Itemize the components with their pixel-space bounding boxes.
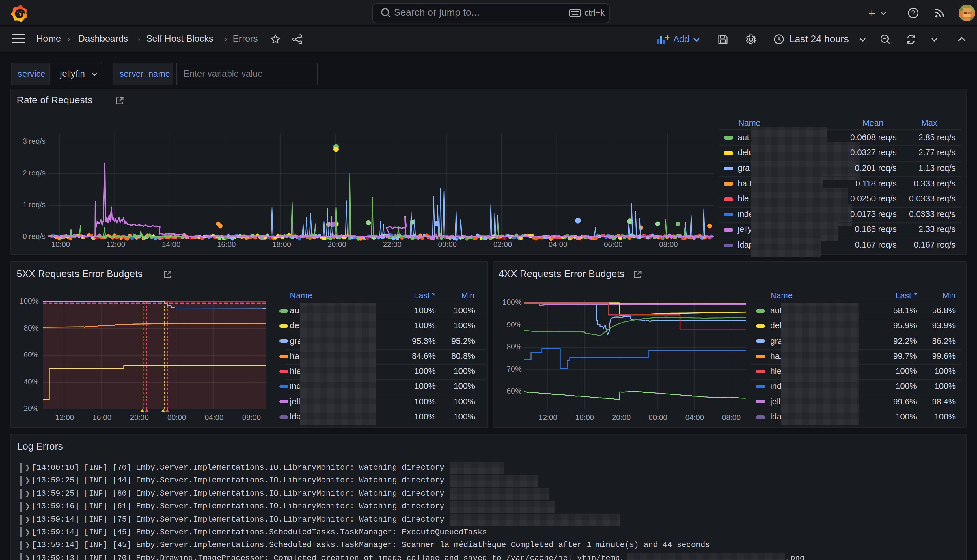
svg-text:?: ? xyxy=(912,9,915,17)
